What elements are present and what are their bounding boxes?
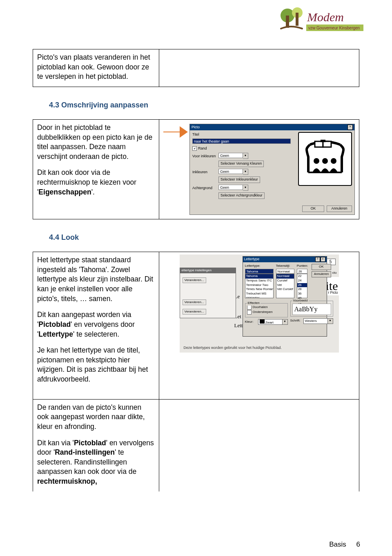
- schrift-select[interactable]: Westers: [303, 318, 328, 324]
- label-doorhalen: Doorhalen: [253, 305, 268, 310]
- footer-label: Basis: [329, 540, 346, 548]
- select-inkleurenkleur-button[interactable]: Selecteer Inkleurenkleur: [218, 176, 260, 183]
- svg-rect-3: [296, 13, 298, 26]
- text-cto: cto: [332, 271, 337, 275]
- doorhalen-checkbox[interactable]: [247, 305, 252, 310]
- label-lettertype: Lettertype:: [245, 264, 274, 268]
- cancel-button[interactable]: Annuleren: [327, 205, 352, 212]
- punten-list[interactable]: 22 24 26 28 36 48 72: [297, 274, 307, 298]
- veranderen-button-1[interactable]: Veranderen...: [183, 277, 206, 283]
- cell-image-empty: [159, 49, 359, 87]
- achtergrond-select[interactable]: Geen: [218, 185, 243, 190]
- font-dialog-footer-text: Deze lettertypes worden gebruikt voor he…: [184, 345, 282, 350]
- cell-image: Picto × Titel naar het theater gaan: [159, 119, 359, 219]
- chevron-down-icon[interactable]: ▼: [243, 153, 248, 159]
- text-block: Dit kan ook door via de rechtermuisknop …: [37, 168, 155, 197]
- text-block: Door in het pictoblad te dubbelklikken o…: [37, 123, 155, 162]
- text-block: Je kan het lettertype van de titel, pict…: [37, 346, 155, 384]
- chevron-down-icon[interactable]: ▼: [283, 319, 288, 325]
- svg-point-12: [322, 158, 328, 164]
- select-vervang-kleuren-button[interactable]: Selecteer Vervang Kleuren: [218, 161, 264, 167]
- label-kleur: Kleur:: [245, 320, 256, 324]
- font-dialog: Lettertype ? × Lettertype: Tahoma: [243, 256, 327, 337]
- label-voorbeeld: Voorbeeld: [292, 299, 309, 303]
- label-tekenstijl: Tekenstijl:: [276, 264, 294, 268]
- cancel-button[interactable]: Annuleren: [312, 271, 331, 277]
- svg-rect-8: [315, 141, 323, 147]
- voorinkleuren-select[interactable]: Geen: [218, 153, 243, 158]
- cell-text: Door in het pictoblad te dubbelklikken o…: [33, 119, 159, 219]
- row-picto-move: Picto's van plaats veranderen in het pic…: [33, 49, 359, 87]
- page-number: 6: [356, 540, 360, 548]
- inkleuren-select[interactable]: Geen: [218, 169, 243, 174]
- rand-checkbox[interactable]: ✔: [192, 146, 197, 151]
- lettertype-list[interactable]: Tahoma Tempus Sans ITC Terminator Two Ti…: [245, 274, 274, 298]
- picto-preview: [298, 132, 352, 186]
- svg-point-13: [331, 158, 336, 164]
- onderstrepen-checkbox[interactable]: [247, 310, 252, 315]
- cell-image-empty: [159, 399, 359, 491]
- back-dialog-title: ettertype instellingen: [180, 268, 236, 273]
- label-inkleuren: Inkleuren: [192, 170, 216, 174]
- text-block: Dit kan aangepast worden via 'Pictoblad'…: [37, 310, 155, 339]
- sample-text: AaBbYy: [292, 304, 331, 315]
- text-block: Het lettertype staat standaard ingesteld…: [37, 255, 155, 304]
- select-achtergrondkleur-button[interactable]: Selecteer Achtergrondkleur: [218, 192, 265, 199]
- tekenstijl-input[interactable]: Normaal: [276, 269, 294, 274]
- svg-text:vzw Gouverneur Kinsbergen: vzw Gouverneur Kinsbergen: [308, 26, 360, 30]
- label-voorinkleuren: Voor inkleuren: [192, 154, 216, 159]
- svg-rect-9: [323, 141, 331, 147]
- help-icon[interactable]: ?: [315, 257, 320, 262]
- chevron-down-icon[interactable]: ▼: [328, 318, 333, 324]
- row-randen: De randen van de picto's kunnen ook aang…: [33, 399, 359, 491]
- font-dialog-title: Lettertype: [244, 257, 260, 261]
- page-footer: Basis 6: [329, 540, 360, 549]
- font-settings-back-dialog: ettertype instellingen Veranderen... Ver…: [180, 268, 236, 318]
- veranderen-button-3[interactable]: Veranderen...: [183, 309, 206, 315]
- row-look: Het lettertype staat standaard ingesteld…: [33, 252, 359, 399]
- svg-rect-10: [321, 140, 325, 142]
- svg-text:Modem: Modem: [307, 10, 344, 24]
- label-onderstrepen: Onderstrepen: [253, 310, 273, 315]
- heading-4.3: 4.3 Omschrijving aanpassen: [49, 101, 359, 109]
- text-block: De randen van de picto's kunnen ook aang…: [37, 403, 155, 432]
- text-lett: Lett: [234, 322, 243, 329]
- text-block: Picto's van plaats veranderen in het pic…: [37, 53, 155, 82]
- arrow-icon: [163, 124, 188, 143]
- svg-point-11: [314, 158, 319, 164]
- kleur-select[interactable]: Zwart: [258, 319, 283, 325]
- title-input[interactable]: naar het theater gaan: [192, 138, 291, 144]
- label-punten: Punten:: [297, 264, 307, 268]
- heading-4.4: 4.4 Look: [49, 233, 359, 242]
- cell-text: Picto's van plaats veranderen in het pic…: [33, 49, 159, 87]
- dialog-title: Picto: [192, 125, 200, 130]
- cell-image: 5 cto Tite r Picto Le Let Lett ettertype…: [159, 252, 359, 399]
- lettertype-input[interactable]: Tahoma: [245, 269, 274, 274]
- ok-button[interactable]: OK: [302, 205, 324, 212]
- chevron-down-icon[interactable]: ▼: [243, 185, 248, 191]
- dialog-titlebar: Picto ×: [190, 124, 354, 130]
- text-block: Dit kan via 'Pictoblad' en vervolgens do…: [37, 438, 155, 487]
- label-rand: Rand: [198, 146, 207, 151]
- picto-properties-dialog: Picto × Titel naar het theater gaan: [189, 124, 355, 215]
- cell-text: Het lettertype staat standaard ingesteld…: [33, 252, 159, 399]
- brand-logo: Modem vzw Gouverneur Kinsbergen: [278, 6, 363, 38]
- close-icon[interactable]: ×: [347, 125, 353, 130]
- label-titel: Titel: [192, 132, 216, 137]
- label-effecten: Effecten: [247, 301, 261, 306]
- font-settings-screenshot: 5 cto Tite r Picto Le Let Lett ettertype…: [180, 255, 339, 353]
- label-achtergrond: Achtergrond: [192, 185, 216, 190]
- cell-text: De randen van de picto's kunnen ook aang…: [33, 399, 159, 491]
- row-omschrijving: Door in het pictoblad te dubbelklikken o…: [33, 119, 359, 219]
- chevron-down-icon[interactable]: ▼: [243, 169, 248, 175]
- close-icon[interactable]: ×: [321, 257, 325, 262]
- veranderen-button-2[interactable]: Veranderen...: [183, 299, 206, 305]
- tekenstijl-list[interactable]: Normaal Cursief Vet Vet Cursief: [276, 274, 294, 298]
- ok-button[interactable]: OK: [312, 264, 331, 270]
- punten-input[interactable]: 26: [297, 269, 307, 274]
- label-schrift: Schrift:: [290, 319, 302, 323]
